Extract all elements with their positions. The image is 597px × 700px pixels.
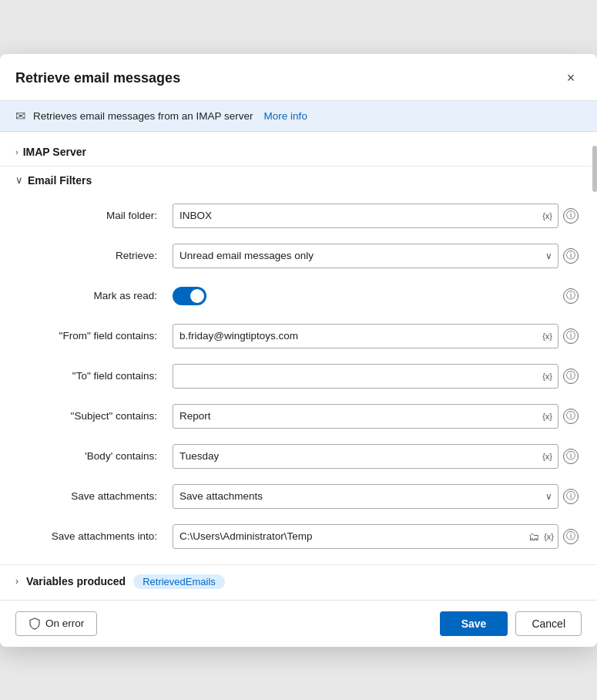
save-attachments-select-wrap: Do not save attachments Save attachments… — [173, 484, 558, 509]
mail-folder-input[interactable] — [173, 204, 558, 228]
dialog-body: › IMAP Server ∨ Email Filters Mail folde… — [0, 132, 597, 600]
retrieve-row: Retrieve: All email messages Unread emai… — [18, 236, 579, 276]
mail-folder-row: Mail folder: {x} ⓘ — [18, 196, 579, 236]
variables-chevron[interactable]: › — [15, 576, 18, 587]
on-error-label: On error — [45, 618, 84, 629]
save-attachments-select[interactable]: Do not save attachments Save attachments — [173, 484, 558, 509]
save-attachments-into-control: 🗂 {x} ⓘ — [173, 524, 579, 549]
save-attachments-into-info-icon[interactable]: ⓘ — [563, 529, 579, 544]
subject-field-control: {x} ⓘ — [173, 404, 579, 429]
dialog-footer: On error Save Cancel — [0, 600, 597, 647]
variables-badge: RetrievedEmails — [133, 574, 225, 589]
folder-badge-wrap: 🗂 {x} — [528, 530, 555, 543]
from-field-control: {x} ⓘ — [173, 324, 579, 348]
save-attachments-into-label: Save attachments into: — [18, 530, 165, 542]
subject-field-label: "Subject" contains: — [18, 410, 165, 422]
save-attachments-into-var-badge[interactable]: {x} — [542, 532, 555, 541]
close-button[interactable]: × — [560, 68, 582, 89]
mark-as-read-row: Mark as read: ⓘ — [18, 276, 579, 316]
to-field-label: "To" field contains: — [18, 370, 165, 382]
mark-as-read-control: ⓘ — [173, 287, 579, 305]
from-field-input-wrap: {x} — [173, 324, 558, 348]
save-button[interactable]: Save — [440, 611, 508, 636]
retrieve-info-icon[interactable]: ⓘ — [563, 248, 579, 264]
section-divider-2 — [0, 564, 597, 565]
mail-folder-input-wrap: {x} — [173, 204, 558, 228]
to-field-input-wrap: {x} — [173, 364, 558, 389]
body-field-label: 'Body' contains: — [18, 450, 165, 462]
body-field-input-wrap: {x} — [173, 444, 558, 469]
save-attachments-into-input[interactable] — [173, 524, 558, 549]
save-attachments-label: Save attachments: — [18, 490, 165, 502]
to-field-row: "To" field contains: {x} ⓘ — [18, 356, 579, 396]
from-field-label: "From" field contains: — [18, 330, 165, 342]
mail-folder-info-icon[interactable]: ⓘ — [563, 208, 579, 224]
save-attachments-into-input-wrap: 🗂 {x} — [173, 524, 558, 549]
body-field-var-badge[interactable]: {x} — [541, 452, 554, 461]
subject-field-input[interactable] — [173, 404, 558, 429]
email-filters-content: Mail folder: {x} ⓘ Retrieve: All email m… — [0, 193, 597, 563]
dialog: Retrieve email messages × ✉ Retrieves em… — [0, 54, 597, 647]
from-field-row: "From" field contains: {x} ⓘ — [18, 316, 579, 356]
retrieve-select[interactable]: All email messages Unread email messages… — [173, 244, 558, 268]
dialog-header: Retrieve email messages × — [0, 54, 597, 101]
save-attachments-into-row: Save attachments into: 🗂 {x} ⓘ — [18, 517, 579, 557]
mail-folder-label: Mail folder: — [18, 210, 165, 221]
subject-field-info-icon[interactable]: ⓘ — [563, 409, 579, 424]
mark-as-read-label: Mark as read: — [18, 290, 165, 301]
mark-as-read-info-icon[interactable]: ⓘ — [563, 288, 579, 304]
dialog-title: Retrieve email messages — [15, 70, 180, 86]
section-divider — [0, 166, 597, 167]
from-field-input[interactable] — [173, 324, 558, 348]
save-attachments-row: Save attachments: Do not save attachment… — [18, 476, 579, 517]
to-field-control: {x} ⓘ — [173, 364, 579, 389]
retrieve-label: Retrieve: — [18, 250, 165, 261]
imap-server-section-header[interactable]: › IMAP Server — [0, 140, 597, 164]
from-field-info-icon[interactable]: ⓘ — [563, 328, 579, 344]
browse-folder-button[interactable]: 🗂 — [528, 530, 539, 543]
email-filters-chevron: ∨ — [15, 174, 23, 186]
variables-label: Variables produced — [26, 575, 126, 587]
email-filters-section-header[interactable]: ∨ Email Filters — [0, 168, 597, 193]
banner-text: Retrieves email messages from an IMAP se… — [33, 110, 253, 122]
mail-folder-var-badge[interactable]: {x} — [541, 211, 554, 220]
save-attachments-info-icon[interactable]: ⓘ — [563, 489, 579, 504]
body-field-info-icon[interactable]: ⓘ — [563, 449, 579, 464]
subject-field-row: "Subject" contains: {x} ⓘ — [18, 396, 579, 436]
retrieve-select-wrap: All email messages Unread email messages… — [173, 244, 558, 268]
retrieve-control: All email messages Unread email messages… — [173, 244, 579, 268]
to-field-input[interactable] — [173, 364, 558, 389]
info-banner: ✉ Retrieves email messages from an IMAP … — [0, 101, 597, 132]
body-field-row: 'Body' contains: {x} ⓘ — [18, 436, 579, 476]
mark-as-read-toggle[interactable] — [173, 287, 206, 305]
body-field-input[interactable] — [173, 444, 558, 469]
variables-row: › Variables produced RetrievedEmails — [0, 567, 597, 592]
mail-folder-control: {x} ⓘ — [173, 204, 579, 228]
footer-right: Save Cancel — [440, 611, 582, 636]
to-field-info-icon[interactable]: ⓘ — [563, 369, 579, 384]
save-attachments-control: Do not save attachments Save attachments… — [173, 484, 579, 509]
imap-server-chevron: › — [15, 147, 18, 156]
on-error-button[interactable]: On error — [15, 611, 97, 636]
scrollbar-thumb[interactable] — [592, 146, 597, 192]
mark-as-read-toggle-wrap — [173, 287, 206, 305]
imap-server-title: IMAP Server — [23, 146, 86, 158]
email-icon: ✉ — [15, 109, 25, 123]
shield-icon — [29, 618, 41, 630]
email-filters-title: Email Filters — [28, 174, 92, 187]
toggle-knob — [190, 289, 204, 303]
body-field-control: {x} ⓘ — [173, 444, 579, 469]
more-info-link[interactable]: More info — [264, 110, 307, 122]
subject-field-input-wrap: {x} — [173, 404, 558, 429]
subject-field-var-badge[interactable]: {x} — [541, 412, 554, 421]
from-field-var-badge[interactable]: {x} — [541, 331, 554, 341]
cancel-button[interactable]: Cancel — [515, 611, 582, 636]
to-field-var-badge[interactable]: {x} — [541, 372, 554, 381]
